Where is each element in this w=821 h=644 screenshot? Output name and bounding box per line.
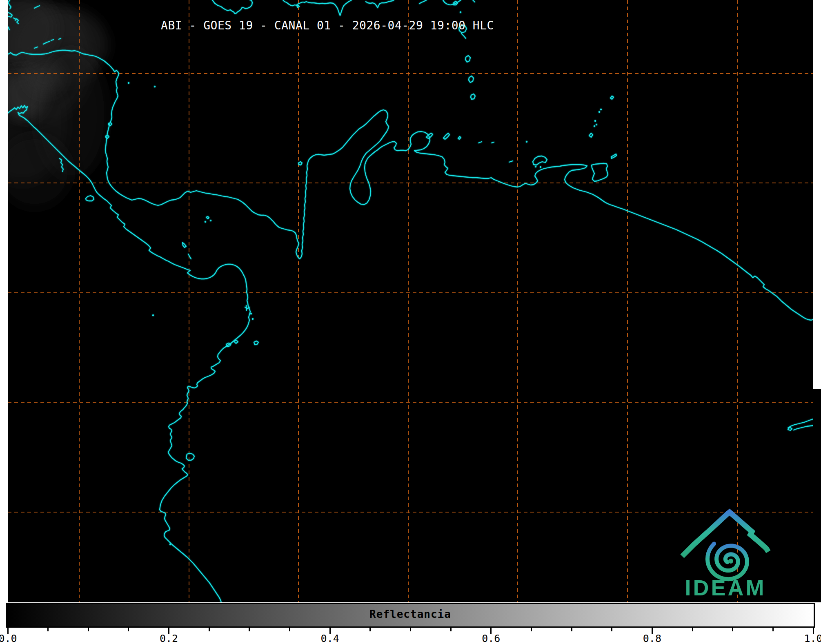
colorbar-minor-tick: [571, 628, 572, 631]
left-figure-margin: [0, 0, 8, 602]
colorbar-minor-tick: [531, 628, 532, 631]
islet-dot-st-vincent: [599, 111, 600, 113]
logo-spiral-eye: [728, 559, 733, 564]
islet-dot-margarita-dot-1: [535, 166, 536, 167]
colorbar-minor-tick: [772, 628, 774, 631]
islet-dot-leeward-dot: [460, 11, 461, 13]
colorbar-minor-tick: [289, 628, 290, 631]
logo-background-edge: [813, 389, 821, 602]
map-title: ABI - GOES 19 - CANAL 01 - 2026-04-29 19…: [161, 19, 494, 32]
colorbar-minor-tick: [611, 628, 612, 631]
coastline-islet-cross-2: [246, 305, 247, 310]
islet-dot-grenadine-4: [600, 109, 602, 110]
islet-dot-grenadine-1: [594, 120, 596, 122]
satellite-viewer: IDEAM ABI - GOES 19 - CANAL 01 - 2026-04…: [0, 0, 821, 644]
islet-dot-providencia: [154, 86, 156, 87]
colorbar-minor-tick: [128, 628, 129, 631]
colorbar-tick-label: 0.8: [643, 633, 661, 644]
islet-dot-grenadine-2: [596, 124, 597, 125]
colorbar-minor-tick: [410, 628, 411, 631]
colorbar-minor-tick: [88, 628, 89, 631]
ideam-logo-text: IDEAM: [685, 575, 766, 600]
islet-dot-pearl-dot-1: [210, 220, 211, 221]
satellite-map: IDEAM: [0, 0, 821, 602]
colorbar-tick-label: 0.4: [321, 633, 339, 644]
colorbar-tick-label: 0.2: [160, 633, 178, 644]
islet-dot-margarita-dot-2: [540, 166, 541, 168]
islet-dot-islet-esmeraldas-1: [250, 313, 252, 314]
islet-dot-lobos-islet: [169, 544, 171, 545]
islet-dot-san-andres: [128, 82, 129, 84]
islet-dot-islet-esmeraldas-2: [252, 318, 254, 320]
colorbar-minor-tick: [369, 628, 371, 631]
colorbar-minor-tick: [249, 628, 250, 631]
colorbar-minor-tick: [450, 628, 452, 631]
colorbar-tick-label: 1.0: [804, 633, 821, 644]
cloud-patch: [27, 61, 63, 94]
colorbar-minor-tick: [692, 628, 693, 631]
colorbar-tick-label: 0.6: [482, 633, 500, 644]
colorbar-tick-label: 0.0: [0, 633, 17, 644]
islet-dot-malpelo: [152, 314, 154, 316]
colorbar-label: Reflectancia: [369, 608, 451, 620]
islet-dot-pearl-dot-2: [205, 221, 206, 223]
cloud-patch: [0, 135, 71, 208]
islet-dot-grenadine-3: [594, 125, 595, 127]
colorbar-minor-tick: [732, 628, 733, 631]
colorbar-minor-tick: [209, 628, 210, 631]
right-figure-margin: [813, 0, 821, 389]
colorbar-minor-tick: [47, 628, 49, 631]
islet-dot-la-orchila: [526, 141, 527, 143]
